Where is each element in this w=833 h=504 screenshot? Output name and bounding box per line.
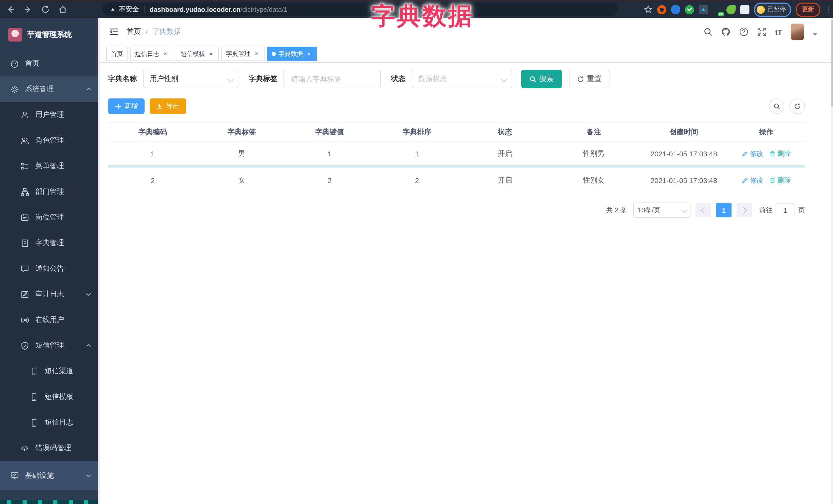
reset-button[interactable]: 重置: [569, 70, 610, 88]
app-title: 芋道管理系统: [27, 29, 72, 39]
user-avatar[interactable]: [791, 24, 804, 40]
delete-link[interactable]: 删除: [769, 175, 791, 185]
app-logo-row[interactable]: 芋道管理系统: [0, 18, 100, 51]
col-header: 字典排序: [373, 127, 461, 137]
cell-remark: 性别女: [549, 175, 639, 185]
sidebar-item-sms-log[interactable]: 短信日志: [0, 410, 100, 435]
dict-book-icon: [21, 239, 29, 247]
chevron-up-icon: [86, 342, 92, 349]
export-button[interactable]: 导出: [150, 98, 186, 114]
close-icon[interactable]: ×: [253, 50, 260, 57]
prev-page-button[interactable]: [696, 203, 711, 217]
sidebar-item-sms-template[interactable]: 短信模板: [0, 384, 100, 410]
sidebar-item-error-code-management[interactable]: 错误码管理: [0, 435, 100, 461]
sidebar-item-dept-management[interactable]: 部门管理: [0, 179, 100, 205]
next-page-button[interactable]: [737, 203, 752, 217]
sidebar-item-home[interactable]: 首页: [0, 51, 100, 76]
sidebar-item-sms-channel[interactable]: 短信渠道: [0, 358, 100, 384]
close-icon[interactable]: ×: [208, 50, 214, 57]
kebab-menu-icon[interactable]: ⋮: [825, 8, 829, 11]
levels-extension-icon[interactable]: [699, 5, 708, 14]
table-row[interactable]: 1 男 1 1 开启 性别男 2021-01-05 17:03:48 修改: [108, 142, 805, 168]
gear-icon: [10, 85, 19, 94]
search-button[interactable]: 搜索: [521, 70, 562, 88]
fullscreen-icon[interactable]: [757, 27, 766, 37]
tab-home[interactable]: 首页: [106, 47, 128, 61]
address-bar[interactable]: ▲ 不安全 dashboard.yudao.iocoder.cn /dict/t…: [102, 3, 618, 16]
tab-sms-template[interactable]: 短信模板 ×: [176, 47, 219, 61]
sidebar-item-post-management[interactable]: 岗位管理: [0, 205, 100, 230]
status-select[interactable]: 数据状态: [412, 70, 512, 88]
breadcrumb-current: 字典数据: [152, 27, 181, 37]
green-check-extension-icon[interactable]: [685, 5, 694, 14]
table-row[interactable]: 2 女 2 2 开启 性别女 2021-01-05 17:03:48 修改: [108, 168, 805, 193]
avatar-caret-icon[interactable]: [812, 33, 818, 36]
shield-check-icon: [21, 341, 29, 350]
chrome-update-button[interactable]: 更新: [795, 2, 820, 17]
bookmark-star-icon[interactable]: [644, 5, 652, 14]
back-icon[interactable]: [6, 5, 15, 14]
goto-label: 前往: [759, 206, 772, 215]
sidebar-scrollbar[interactable]: [98, 18, 100, 504]
goto-page-input[interactable]: [776, 203, 795, 217]
forward-icon[interactable]: [24, 5, 32, 14]
sidebar-item-system-management[interactable]: 系统管理: [0, 76, 100, 102]
add-button[interactable]: 新增: [108, 98, 145, 114]
page-scrollbar-thumb[interactable]: [831, 20, 833, 106]
tab-dict-management[interactable]: 字典管理 ×: [221, 47, 264, 61]
refresh-table-button[interactable]: [789, 98, 805, 114]
puzzle-extensions-icon[interactable]: [740, 5, 749, 14]
breadcrumb-home[interactable]: 首页: [127, 27, 141, 37]
help-icon[interactable]: [739, 27, 748, 37]
chevron-down-icon: [86, 473, 92, 479]
sidebar-item-infrastructure[interactable]: 基础设施: [0, 461, 100, 490]
tab-sms-log[interactable]: 短信日志 ×: [130, 47, 173, 61]
main-content: 首页 / 字典数据 tT: [100, 18, 833, 504]
audit-edit-icon: [21, 290, 29, 299]
toggle-search-button[interactable]: [769, 98, 784, 114]
on-badge-extension-icon[interactable]: on: [713, 5, 722, 14]
close-icon[interactable]: ×: [306, 50, 312, 57]
delete-link[interactable]: 删除: [769, 149, 791, 158]
page-body: 字典名称 用户性别 字典标签 状态 数据状态: [100, 63, 833, 504]
online-signal-icon: [21, 316, 29, 324]
dict-name-select[interactable]: 用户性别: [143, 70, 238, 88]
chevron-down-icon: [86, 291, 92, 297]
browser-profile-chip[interactable]: 已暂停: [754, 2, 791, 17]
orange-extension-icon[interactable]: [657, 5, 666, 14]
github-icon[interactable]: [721, 27, 731, 37]
search-icon[interactable]: [703, 27, 713, 37]
cell-dict-value: 2: [286, 176, 373, 184]
dict-label-input[interactable]: [290, 74, 374, 83]
cell-dict-label: 男: [197, 149, 286, 158]
chevron-up-icon: [86, 86, 92, 92]
cell-create-time: 2021-01-05 17:03:48: [639, 176, 729, 184]
edit-link[interactable]: 修改: [742, 149, 763, 158]
sidebar-item-notice-management[interactable]: 通知公告: [0, 256, 100, 282]
blue-extension-icon[interactable]: [671, 5, 680, 14]
sidebar-item-audit-log[interactable]: 审计日志: [0, 282, 100, 307]
sidebar-item-role-management[interactable]: 角色管理: [0, 128, 100, 153]
post-card-icon: [21, 213, 29, 222]
reload-icon[interactable]: [41, 5, 50, 14]
col-header: 字典键值: [286, 127, 373, 137]
close-icon[interactable]: ×: [162, 50, 169, 57]
chevron-down-icon: [682, 208, 687, 213]
home-icon[interactable]: [58, 5, 67, 14]
sidebar-item-online-users[interactable]: 在线用户: [0, 307, 100, 333]
page-size-select[interactable]: 10条/页: [633, 202, 690, 218]
sprout-extension-icon[interactable]: [727, 5, 736, 14]
cell-dict-code: 1: [108, 149, 197, 158]
font-size-icon[interactable]: tT: [775, 27, 782, 36]
tab-dict-data[interactable]: 字典数据 ×: [267, 47, 317, 61]
edit-link[interactable]: 修改: [742, 175, 763, 185]
menu-list-icon: [21, 162, 29, 170]
sidebar-fold-icon[interactable]: [109, 28, 118, 36]
status-label: 状态: [391, 74, 405, 83]
sidebar-item-dict-management[interactable]: 字典管理: [0, 230, 100, 256]
sidebar-item-user-management[interactable]: 用户管理: [0, 102, 100, 128]
current-page[interactable]: 1: [716, 203, 732, 217]
sidebar-item-menu-management[interactable]: 菜单管理: [0, 153, 100, 179]
sidebar-item-sms-management[interactable]: 短信管理: [0, 333, 100, 358]
cell-dict-value: 1: [286, 149, 373, 158]
